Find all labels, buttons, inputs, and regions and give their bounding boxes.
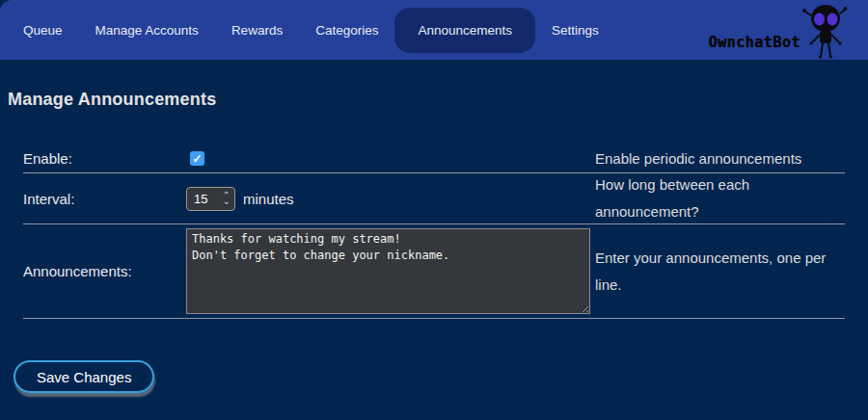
interval-unit-label: minutes — [243, 191, 294, 207]
robot-mascot-icon — [800, 3, 847, 63]
nav-item-rewards[interactable]: Rewards — [215, 13, 299, 47]
announcements-textarea[interactable]: Thanks for watching my stream! Don't for… — [186, 228, 590, 314]
brand-logo-text: OwnchatBot — [709, 34, 800, 51]
spinner-down-icon[interactable]: ⌄ — [223, 198, 231, 204]
nav-item-announcements[interactable]: Announcements — [394, 8, 535, 53]
interval-number-input[interactable]: 15 ⌃ ⌄ — [186, 187, 235, 211]
nav-item-queue[interactable]: Queue — [7, 13, 79, 47]
nav-item-manage-accounts[interactable]: Manage Accounts — [79, 13, 215, 47]
enable-row: Enable: ✓ Enable periodic announcements — [23, 144, 845, 173]
interval-value: 15 — [187, 192, 207, 206]
save-changes-button[interactable]: Save Changes — [14, 360, 154, 393]
brand-logo: OwnchatBot — [709, 0, 868, 60]
nav-item-categories[interactable]: Categories — [299, 13, 394, 47]
page-title: Manage Announcements — [8, 90, 868, 110]
check-icon: ✓ — [192, 153, 202, 165]
interval-stepper[interactable]: ⌃ ⌄ — [223, 193, 234, 204]
interval-row: Interval: 15 ⌃ ⌄ minutes How long betwee… — [23, 173, 845, 224]
announcements-help-text: Enter your announcements, one per line. — [591, 245, 845, 299]
interval-label: Interval: — [23, 191, 186, 207]
announcements-settings-form: Enable: ✓ Enable periodic announcements … — [23, 144, 845, 319]
enable-label: Enable: — [23, 150, 186, 167]
announcements-label: Announcements: — [23, 263, 186, 279]
enable-help-text: Enable periodic announcements — [591, 145, 845, 172]
interval-help-text: How long between each announcement? — [591, 171, 845, 225]
top-navigation: Queue Manage Accounts Rewards Categories… — [0, 0, 868, 60]
announcements-row: Announcements: Thanks for watching my st… — [23, 224, 845, 319]
enable-checkbox[interactable]: ✓ — [190, 151, 204, 166]
nav-item-settings[interactable]: Settings — [535, 13, 615, 47]
